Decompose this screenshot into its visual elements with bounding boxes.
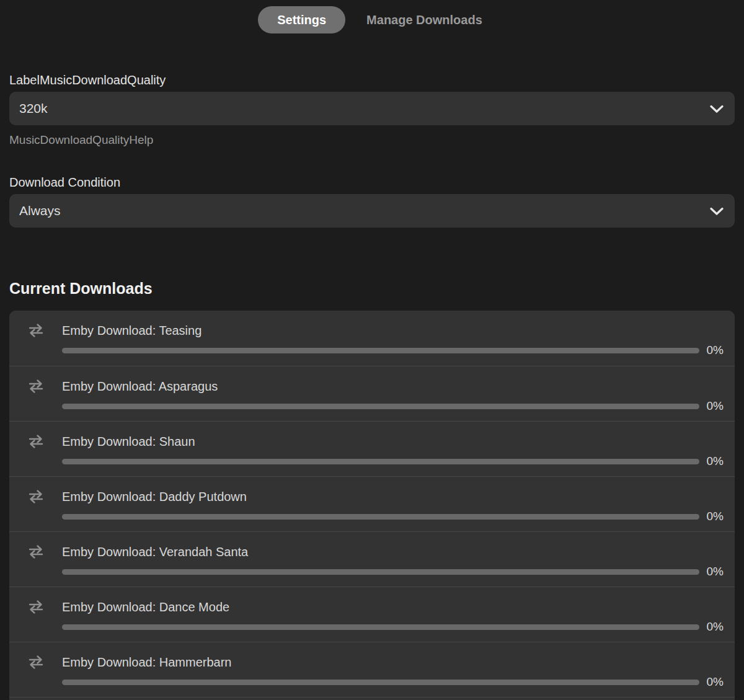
download-title: Emby Download: Daddy Putdown [62,490,247,504]
progress-bar [62,680,699,685]
music-download-quality-value: 320k [9,101,48,116]
progress-row: 0% [62,510,724,523]
progress-bar [62,569,699,575]
progress-percent-label: 0% [705,565,724,578]
progress-row: 0% [62,400,724,412]
transfer-icon [28,489,44,504]
tab-settings[interactable]: Settings [258,6,345,33]
download-title: Emby Download: Hammerbarn [62,655,231,670]
transfer-icon [28,655,44,670]
download-item[interactable]: Emby Download: Verandah Santa 0% [9,531,735,587]
progress-row: 0% [62,621,724,633]
tab-manage-downloads[interactable]: Manage Downloads [363,6,486,33]
chevron-down-icon [710,105,724,113]
download-title: Emby Download: Shaun [62,435,195,449]
settings-form: LabelMusicDownloadQuality 320k MusicDown… [9,73,735,228]
transfer-icon [28,379,44,394]
download-item-partial [9,697,735,700]
download-condition-select[interactable]: Always [9,194,735,228]
download-condition-label: Download Condition [9,175,735,189]
progress-row: 0% [62,565,724,578]
music-download-quality-select[interactable]: 320k [9,92,735,125]
download-title: Emby Download: Teasing [62,324,202,338]
download-item[interactable]: Emby Download: Dance Mode 0% [9,587,735,642]
transfer-icon [28,323,44,338]
progress-percent-label: 0% [705,510,724,523]
progress-bar [62,514,699,520]
progress-percent-label: 0% [705,620,724,634]
progress-row: 0% [62,676,724,688]
download-item[interactable]: Emby Download: Teasing 0% [9,311,735,366]
progress-row: 0% [62,455,724,467]
chevron-down-icon [710,207,724,215]
current-downloads-heading: Current Downloads [9,280,735,296]
download-condition-value: Always [9,203,61,218]
tab-bar: Settings Manage Downloads [0,0,744,33]
download-settings-page: Settings Manage Downloads LabelMusicDown… [0,0,744,700]
downloads-list: Emby Download: Teasing 0% Emby Download:… [9,311,735,700]
progress-percent-label: 0% [705,399,724,413]
progress-percent-label: 0% [705,675,724,689]
download-title: Emby Download: Verandah Santa [62,545,248,559]
download-title: Emby Download: Dance Mode [62,600,229,614]
progress-bar [62,348,699,353]
music-download-quality-label: LabelMusicDownloadQuality [9,73,735,87]
download-item[interactable]: Emby Download: Hammerbarn 0% [9,642,735,697]
download-item[interactable]: Emby Download: Daddy Putdown 0% [9,476,735,531]
download-item[interactable]: Emby Download: Shaun 0% [9,421,735,476]
download-title: Emby Download: Asparagus [62,379,218,394]
download-item[interactable]: Emby Download: Asparagus 0% [9,366,735,421]
transfer-icon [28,600,44,614]
progress-percent-label: 0% [705,343,724,357]
music-download-quality-help: MusicDownloadQualityHelp [9,133,735,147]
transfer-icon [28,544,44,559]
progress-row: 0% [62,344,724,357]
progress-percent-label: 0% [705,454,724,468]
transfer-icon [28,434,44,449]
progress-bar [62,624,699,630]
progress-bar [62,404,699,409]
progress-bar [62,459,699,464]
